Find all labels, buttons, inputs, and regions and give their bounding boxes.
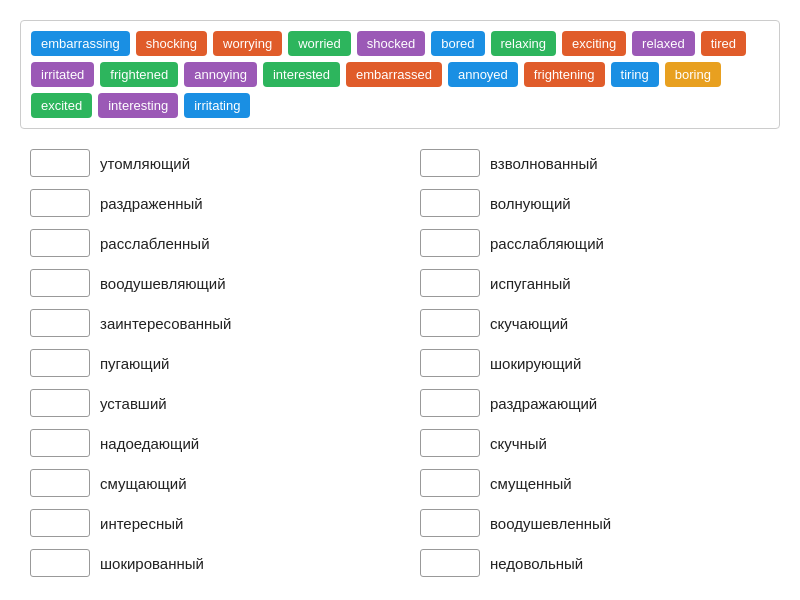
match-row: раздражающий bbox=[420, 389, 770, 417]
word-chip-interesting[interactable]: interesting bbox=[98, 93, 178, 118]
answer-input-right-6[interactable] bbox=[420, 389, 480, 417]
answer-input-right-0[interactable] bbox=[420, 149, 480, 177]
answer-input-left-2[interactable] bbox=[30, 229, 90, 257]
answer-input-right-1[interactable] bbox=[420, 189, 480, 217]
word-chip-relaxed[interactable]: relaxed bbox=[632, 31, 695, 56]
match-row: пугающий bbox=[30, 349, 380, 377]
match-row: смущающий bbox=[30, 469, 380, 497]
match-label-left-6: уставший bbox=[100, 395, 167, 412]
answer-input-right-9[interactable] bbox=[420, 509, 480, 537]
match-label-right-10: недовольный bbox=[490, 555, 583, 572]
answer-input-left-0[interactable] bbox=[30, 149, 90, 177]
match-row: заинтересованный bbox=[30, 309, 380, 337]
match-label-left-4: заинтересованный bbox=[100, 315, 232, 332]
word-chip-embarrassing[interactable]: embarrassing bbox=[31, 31, 130, 56]
match-row: расслабляющий bbox=[420, 229, 770, 257]
right-column: взволнованныйволнующийрасслабляющийиспуг… bbox=[420, 149, 770, 589]
answer-input-left-6[interactable] bbox=[30, 389, 90, 417]
answer-input-left-1[interactable] bbox=[30, 189, 90, 217]
word-chip-tired[interactable]: tired bbox=[701, 31, 746, 56]
left-column: утомляющийраздраженныйрасслабленныйвооду… bbox=[30, 149, 380, 589]
word-chip-tiring[interactable]: tiring bbox=[611, 62, 659, 87]
word-chip-excited[interactable]: excited bbox=[31, 93, 92, 118]
word-chip-frightening[interactable]: frightening bbox=[524, 62, 605, 87]
match-label-left-3: воодушевляющий bbox=[100, 275, 226, 292]
match-row: уставший bbox=[30, 389, 380, 417]
word-chip-exciting[interactable]: exciting bbox=[562, 31, 626, 56]
word-chip-annoyed[interactable]: annoyed bbox=[448, 62, 518, 87]
match-row: волнующий bbox=[420, 189, 770, 217]
word-chip-worrying[interactable]: worrying bbox=[213, 31, 282, 56]
answer-input-right-10[interactable] bbox=[420, 549, 480, 577]
match-label-right-9: воодушевленный bbox=[490, 515, 611, 532]
answer-input-left-5[interactable] bbox=[30, 349, 90, 377]
match-row: расслабленный bbox=[30, 229, 380, 257]
match-label-left-8: смущающий bbox=[100, 475, 187, 492]
word-chip-relaxing[interactable]: relaxing bbox=[491, 31, 557, 56]
word-chip-irritated[interactable]: irritated bbox=[31, 62, 94, 87]
match-label-right-2: расслабляющий bbox=[490, 235, 604, 252]
match-label-left-2: расслабленный bbox=[100, 235, 210, 252]
match-label-left-5: пугающий bbox=[100, 355, 169, 372]
answer-input-left-10[interactable] bbox=[30, 549, 90, 577]
match-row: утомляющий bbox=[30, 149, 380, 177]
match-label-right-8: смущенный bbox=[490, 475, 572, 492]
match-row: шокированный bbox=[30, 549, 380, 577]
answer-input-left-4[interactable] bbox=[30, 309, 90, 337]
match-label-right-5: шокирующий bbox=[490, 355, 581, 372]
word-chip-frightened[interactable]: frightened bbox=[100, 62, 178, 87]
answer-input-left-3[interactable] bbox=[30, 269, 90, 297]
word-bank: embarrassingshockingworryingworriedshock… bbox=[20, 20, 780, 129]
match-row: надоедающий bbox=[30, 429, 380, 457]
match-row: смущенный bbox=[420, 469, 770, 497]
match-label-left-1: раздраженный bbox=[100, 195, 203, 212]
match-label-right-4: скучающий bbox=[490, 315, 568, 332]
match-row: воодушевляющий bbox=[30, 269, 380, 297]
word-chip-embarrassed[interactable]: embarrassed bbox=[346, 62, 442, 87]
word-chip-boring[interactable]: boring bbox=[665, 62, 721, 87]
match-row: скучный bbox=[420, 429, 770, 457]
word-chip-shocking[interactable]: shocking bbox=[136, 31, 207, 56]
match-label-right-0: взволнованный bbox=[490, 155, 598, 172]
answer-input-right-5[interactable] bbox=[420, 349, 480, 377]
answer-input-left-8[interactable] bbox=[30, 469, 90, 497]
answer-input-left-9[interactable] bbox=[30, 509, 90, 537]
match-label-left-9: интересный bbox=[100, 515, 183, 532]
match-label-right-3: испуганный bbox=[490, 275, 571, 292]
answer-input-right-4[interactable] bbox=[420, 309, 480, 337]
word-chip-annoying[interactable]: annoying bbox=[184, 62, 257, 87]
match-row: взволнованный bbox=[420, 149, 770, 177]
word-chip-worried[interactable]: worried bbox=[288, 31, 351, 56]
answer-input-left-7[interactable] bbox=[30, 429, 90, 457]
match-label-left-7: надоедающий bbox=[100, 435, 199, 452]
answer-input-right-2[interactable] bbox=[420, 229, 480, 257]
word-chip-shocked[interactable]: shocked bbox=[357, 31, 425, 56]
match-label-right-7: скучный bbox=[490, 435, 547, 452]
answer-input-right-3[interactable] bbox=[420, 269, 480, 297]
match-row: скучающий bbox=[420, 309, 770, 337]
match-label-left-0: утомляющий bbox=[100, 155, 190, 172]
answer-input-right-7[interactable] bbox=[420, 429, 480, 457]
match-label-right-1: волнующий bbox=[490, 195, 571, 212]
match-row: шокирующий bbox=[420, 349, 770, 377]
match-label-left-10: шокированный bbox=[100, 555, 204, 572]
word-chip-interested[interactable]: interested bbox=[263, 62, 340, 87]
match-label-right-6: раздражающий bbox=[490, 395, 597, 412]
answer-input-right-8[interactable] bbox=[420, 469, 480, 497]
match-row: воодушевленный bbox=[420, 509, 770, 537]
match-row: недовольный bbox=[420, 549, 770, 577]
match-row: раздраженный bbox=[30, 189, 380, 217]
match-row: интересный bbox=[30, 509, 380, 537]
word-chip-irritating[interactable]: irritating bbox=[184, 93, 250, 118]
match-row: испуганный bbox=[420, 269, 770, 297]
word-chip-bored[interactable]: bored bbox=[431, 31, 484, 56]
matching-area: утомляющийраздраженныйрасслабленныйвооду… bbox=[20, 149, 780, 589]
